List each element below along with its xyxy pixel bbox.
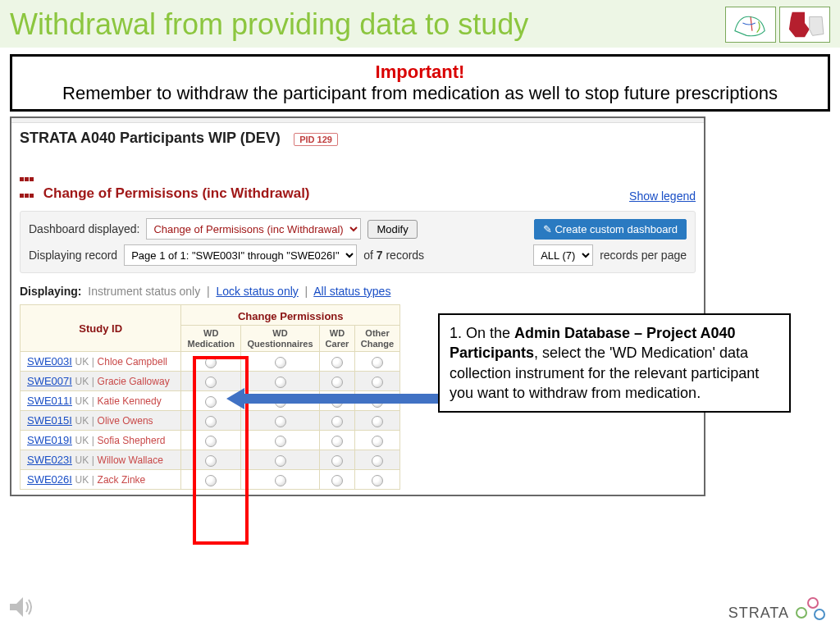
study-id-link[interactable]: SWE019I xyxy=(27,434,72,446)
status-circle[interactable] xyxy=(372,475,383,486)
status-circle[interactable] xyxy=(331,377,343,388)
col-wd-questionnaires: WDQuestionnaires xyxy=(241,326,320,352)
records-per-page-select[interactable]: ALL (7) xyxy=(533,244,593,266)
dashboard-displayed-label: Dashboard displayed: xyxy=(29,222,139,235)
status-circle[interactable] xyxy=(275,357,286,368)
displaying-filter-row: Displaying: Instrument status only | Loc… xyxy=(20,285,696,298)
important-notice: Important! Remember to withdraw the part… xyxy=(10,54,830,112)
status-circle[interactable] xyxy=(205,357,217,368)
status-circle[interactable] xyxy=(372,455,383,467)
callout-number: 1. xyxy=(450,325,462,341)
col-group-change-permissions: Change Permissions xyxy=(181,305,400,326)
dashboard-controls: Dashboard displayed: Change of Permisiso… xyxy=(20,211,696,273)
study-id-link[interactable]: SWE023I xyxy=(27,454,72,466)
filter-instrument: Instrument status only xyxy=(88,285,200,298)
table-row: SWE023I UK | Willow Wallace xyxy=(21,450,400,470)
study-id-link[interactable]: SWE007I xyxy=(27,375,72,387)
status-circle[interactable] xyxy=(275,455,286,467)
status-circle[interactable] xyxy=(331,475,343,486)
status-circle[interactable] xyxy=(205,436,217,447)
show-legend-link[interactable]: Show legend xyxy=(629,189,696,203)
status-circle[interactable] xyxy=(205,396,217,408)
map-thumbnail-wa xyxy=(779,7,830,43)
displaying-label: Displaying: xyxy=(20,285,81,298)
strata-logo-text: STRATA xyxy=(728,605,789,622)
filter-all-link[interactable]: All status types xyxy=(313,285,390,298)
app-title: STRATA A040 Participants WIP (DEV) xyxy=(20,130,281,146)
of-records-label: of 7 records xyxy=(363,249,424,262)
status-circle[interactable] xyxy=(205,416,217,427)
records-per-page-label: records per page xyxy=(600,249,687,262)
table-row: SWE026I UK | Zack Zinke xyxy=(21,470,400,490)
study-id-link[interactable]: SWE003I xyxy=(27,355,72,368)
page-title: Withdrawal from providing data to study xyxy=(10,7,528,42)
col-wd-carer: WDCarer xyxy=(319,326,354,352)
study-id-link[interactable]: SWE026I xyxy=(27,473,72,486)
status-circle[interactable] xyxy=(331,357,343,368)
slide-header: Withdrawal from providing data to study xyxy=(0,0,840,48)
map-thumbnail-regions xyxy=(725,7,776,43)
status-circle[interactable] xyxy=(331,455,343,467)
important-heading: Important! xyxy=(21,62,819,83)
table-row: SWE019I UK | Sofia Shepherd xyxy=(21,431,400,450)
status-circle[interactable] xyxy=(205,455,217,467)
section-title-text: Change of Permisisons (inc Withdrawal) xyxy=(43,185,310,201)
important-text: Remember to withdraw the participant fro… xyxy=(21,83,819,104)
status-circle[interactable] xyxy=(205,475,217,486)
status-circle[interactable] xyxy=(372,377,383,388)
col-other-change: OtherChange xyxy=(355,326,400,352)
study-id-link[interactable]: SWE011I xyxy=(27,395,72,407)
strata-logo-circles xyxy=(796,597,829,622)
status-circle[interactable] xyxy=(372,357,383,368)
status-circle[interactable] xyxy=(331,436,343,447)
audio-icon[interactable] xyxy=(7,594,36,623)
col-wd-medication: WDMedication xyxy=(181,326,241,352)
study-id-link[interactable]: SWE015I xyxy=(27,414,72,427)
app-screenshot: STRATA A040 Participants WIP (DEV) PID 1… xyxy=(10,116,705,496)
callout-arrow xyxy=(243,394,438,404)
status-circle[interactable] xyxy=(275,436,286,447)
create-dashboard-button[interactable]: Create custom dashboard xyxy=(534,219,687,240)
table-row: SWE003I UK | Chloe Campbell xyxy=(21,352,400,372)
status-circle[interactable] xyxy=(275,475,286,486)
grid-icon xyxy=(20,170,34,203)
dashboard-select[interactable]: Change of Permisisons (inc Withdrawal) xyxy=(146,218,361,240)
status-circle[interactable] xyxy=(331,416,343,427)
pid-badge: PID 129 xyxy=(294,133,338,146)
instruction-callout: 1. On the Admin Database – Project A040 … xyxy=(438,313,791,413)
page-select[interactable]: Page 1 of 1: "SWE003I" through "SWE026I" xyxy=(124,244,357,266)
status-circle[interactable] xyxy=(372,416,383,427)
status-circle[interactable] xyxy=(275,416,286,427)
filter-lock-link[interactable]: Lock status only xyxy=(216,285,298,298)
status-circle[interactable] xyxy=(205,377,217,388)
map-thumbnails xyxy=(725,7,830,43)
displaying-record-label: Displaying record xyxy=(29,249,117,262)
table-row: SWE007I UK | Gracie Galloway xyxy=(21,372,400,391)
status-circle[interactable] xyxy=(372,436,383,447)
strata-logo: STRATA xyxy=(728,597,829,622)
modify-button[interactable]: Modify xyxy=(368,220,417,239)
status-circle[interactable] xyxy=(275,377,286,388)
section-title: Change of Permisisons (inc Withdrawal) xyxy=(20,170,310,203)
table-row: SWE015I UK | Olive Owens xyxy=(21,411,400,431)
col-study-id: Study ID xyxy=(21,305,181,352)
